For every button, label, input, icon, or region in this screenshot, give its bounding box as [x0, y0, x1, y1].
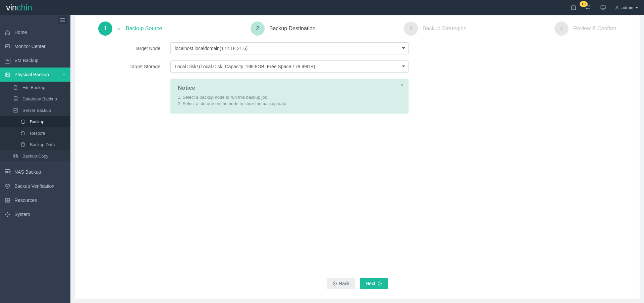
step-number: 2 — [251, 21, 265, 36]
select-wrap-target-node: localhost.localdomain(172.18.21.6) — [170, 42, 409, 54]
notice-title: Notice — [178, 85, 401, 91]
form-area: Target Node localhost.localdomain(172.18… — [75, 39, 640, 120]
chevron-down-icon — [62, 109, 66, 112]
bell-icon[interactable]: 10 — [585, 4, 592, 11]
wizard-panel: 1 Backup Source 2 Backup Destination 3 B… — [74, 15, 640, 299]
back-button[interactable]: Back — [327, 278, 355, 289]
svg-rect-21 — [6, 201, 7, 202]
select-target-node[interactable]: localhost.localdomain(172.18.21.6) — [170, 42, 409, 54]
svg-point-24 — [333, 282, 337, 286]
notice-item: 2. Select a storage on the node to store… — [178, 101, 401, 106]
step-label: Backup Source — [126, 26, 162, 32]
sidebar-item-label: NAS Backup — [14, 169, 58, 175]
undo-icon — [20, 130, 26, 136]
server-icon — [13, 107, 18, 113]
gear-icon — [5, 212, 10, 217]
sidebar-item-system[interactable]: System — [0, 207, 70, 221]
next-button[interactable]: Next — [360, 278, 388, 289]
home-icon — [5, 30, 10, 35]
select-target-storage[interactable]: Local Disk1(Local Disk, Capacity :199.9G… — [170, 60, 409, 73]
svg-rect-14 — [14, 108, 17, 110]
brand-logo[interactable]: vinchin — [6, 2, 32, 13]
notice-item: 1. Select a backup node to run this back… — [178, 95, 401, 100]
chevron-right-icon — [62, 170, 66, 174]
row-target-storage: Target Storage Local Disk1(Local Disk, C… — [98, 60, 616, 73]
row-target-node: Target Node localhost.localdomain(172.18… — [98, 42, 616, 54]
label-target-storage: Target Storage — [98, 64, 170, 69]
sidebar-item-server-backup-data[interactable]: Backup Data — [0, 139, 70, 150]
svg-point-7 — [616, 6, 618, 8]
arrow-right-icon — [377, 281, 382, 286]
sidebar-item-vm-backup[interactable]: VM VM Backup — [0, 53, 70, 68]
wizard-step-2[interactable]: 2 Backup Destination — [251, 21, 316, 36]
sidebar-item-file-backup[interactable]: File Backup — [0, 82, 70, 93]
step-number: 4 — [554, 21, 569, 36]
sidebar-item-nas-backup[interactable]: NAS NAS Backup — [0, 165, 70, 179]
step-number: 1 — [98, 21, 112, 36]
button-label: Next — [366, 281, 375, 286]
main-content: 1 Backup Source 2 Backup Destination 3 B… — [70, 15, 644, 303]
step-label: Backup Strategies — [423, 26, 466, 32]
svg-rect-19 — [6, 198, 7, 200]
sidebar-item-label: Backup Data — [30, 142, 66, 147]
wizard-step-1[interactable]: 1 Backup Source — [98, 21, 162, 36]
sidebar-item-label: Server Backup — [22, 108, 58, 113]
sidebar-item-label: Backup — [30, 119, 66, 124]
chevron-right-icon — [62, 154, 66, 158]
sidebar-item-database-backup[interactable]: Database Backup — [0, 93, 70, 104]
svg-rect-15 — [14, 111, 17, 112]
brand-pre: vin — [6, 2, 17, 13]
notif-badge: 10 — [580, 1, 588, 7]
user-name: admin — [622, 5, 633, 10]
svg-point-23 — [7, 214, 8, 215]
sidebar-item-label: Monitor Center — [14, 44, 58, 49]
svg-point-25 — [378, 282, 382, 286]
sidebar-item-resources[interactable]: Resources — [0, 193, 70, 207]
sidebar-item-server-backup-restore[interactable]: Restore — [0, 127, 70, 139]
sidebar: Home Monitor Center VM VM Backup Physica… — [0, 15, 70, 303]
check-icon — [117, 27, 121, 31]
chevron-down-icon — [62, 73, 66, 76]
select-wrap-target-storage: Local Disk1(Local Disk, Capacity :199.9G… — [170, 60, 409, 73]
refresh-icon — [20, 119, 26, 125]
user-icon — [614, 5, 620, 10]
sidebar-item-physical-backup[interactable]: Physical Backup — [0, 68, 70, 82]
list-icon[interactable] — [570, 4, 577, 11]
notice-list: 1. Select a backup node to run this back… — [178, 95, 401, 106]
sidebar-item-backup-verification[interactable]: Backup Verification — [0, 179, 70, 193]
wizard-steps: 1 Backup Source 2 Backup Destination 3 B… — [75, 15, 640, 39]
topbar-right: 10 admin — [570, 4, 638, 11]
copy-icon — [13, 153, 18, 159]
sidebar-item-label: System — [14, 212, 58, 217]
chevron-right-icon — [62, 86, 66, 89]
panel-footer: Back Next — [75, 272, 640, 299]
sidebar-item-label: Physical Backup — [14, 72, 58, 77]
sidebar-toggle-row — [0, 15, 70, 25]
wizard-step-4[interactable]: 4 Review & Confirm — [554, 21, 616, 36]
database-icon — [20, 142, 26, 147]
svg-point-13 — [14, 96, 17, 98]
chevron-down-icon — [635, 7, 638, 10]
user-menu[interactable]: admin — [614, 5, 638, 10]
svg-rect-22 — [8, 201, 9, 202]
arrow-left-icon — [332, 281, 337, 286]
wizard-step-3[interactable]: 3 Backup Strategies — [404, 21, 466, 36]
chevron-right-icon — [62, 59, 66, 62]
nas-icon: NAS — [5, 169, 10, 175]
svg-rect-17 — [15, 155, 18, 158]
chevron-right-icon — [62, 199, 66, 202]
sidebar-item-backup-copy[interactable]: Backup Copy — [0, 150, 70, 162]
monitor-icon[interactable] — [600, 4, 606, 11]
hamburger-icon[interactable] — [58, 16, 67, 24]
vm-icon: VM — [5, 58, 10, 63]
sidebar-item-label: Restore — [30, 131, 66, 136]
close-icon[interactable]: × — [400, 82, 404, 88]
sidebar-item-label: Home — [14, 30, 66, 35]
sidebar-item-monitor[interactable]: Monitor Center — [0, 39, 70, 53]
sidebar-item-home[interactable]: Home — [0, 25, 70, 39]
database-icon — [13, 96, 18, 102]
sidebar-item-server-backup-backup[interactable]: Backup — [0, 116, 70, 127]
sidebar-item-label: Resources — [14, 198, 58, 203]
brand-accent: chin — [17, 2, 32, 13]
sidebar-item-server-backup[interactable]: Server Backup — [0, 104, 70, 116]
